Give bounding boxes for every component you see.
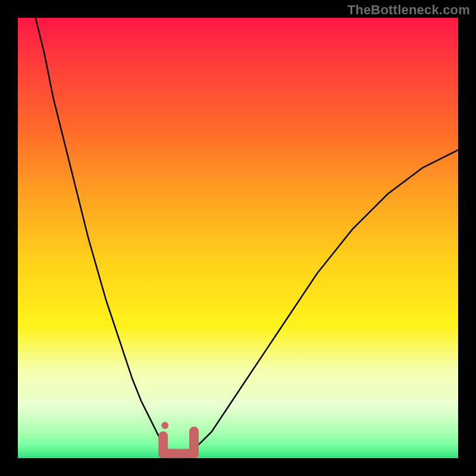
curve-overlay (18, 18, 458, 458)
optimal-range-marker (161, 422, 194, 454)
watermark-text: TheBottleneck.com (347, 2, 470, 18)
svg-point-1 (161, 422, 168, 429)
chart-frame (18, 18, 458, 458)
bottleneck-curve (36, 18, 458, 458)
